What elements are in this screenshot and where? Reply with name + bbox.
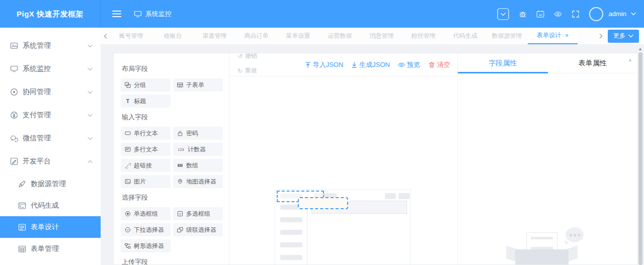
title-icon: T	[125, 98, 131, 104]
download-icon	[351, 61, 357, 68]
bug-icon[interactable]	[519, 10, 527, 18]
palette-item[interactable]: 多行文本	[121, 143, 171, 156]
tab-4[interactable]: 商品订单	[235, 28, 277, 44]
palette-item[interactable]: 子表单	[173, 78, 223, 92]
target-icon	[10, 88, 18, 96]
svg-text:123: 123	[178, 147, 184, 152]
tab-7[interactable]: 消息管理	[361, 28, 403, 44]
panel-scroll-up-icon[interactable]: ▲	[628, 57, 632, 62]
tab-2[interactable]: 收银台	[152, 28, 194, 44]
palette-item[interactable]: 超链接	[121, 159, 171, 172]
preview-eye-icon	[398, 61, 405, 68]
tab-10[interactable]: 数据源管理	[486, 28, 528, 44]
palette-item[interactable]: 单选框组	[121, 207, 171, 220]
sidebar-subitem[interactable]: 代码生成	[0, 195, 101, 216]
sidebar-item-label: 支付管理	[23, 111, 88, 120]
json-action-button[interactable]: 导入JSON	[305, 60, 344, 69]
tab-9[interactable]: 代码生成	[444, 28, 486, 44]
sidebar-item[interactable]: 协同管理	[0, 80, 101, 104]
palette-item[interactable]: T标题	[121, 95, 171, 108]
palette-item[interactable]: 多选框组	[173, 207, 223, 220]
palette-item[interactable]: 树形选择器	[121, 239, 171, 252]
page-scrollbar[interactable]	[638, 52, 642, 265]
sidebar-subitem[interactable]: 表单设计	[0, 216, 101, 238]
hamburger-menu-icon[interactable]	[112, 9, 122, 19]
undo-button[interactable]: ↺ 撤销	[237, 53, 257, 60]
action-label: 清空	[437, 60, 450, 69]
calendar-30-icon[interactable]: 30	[536, 10, 544, 18]
clear-button[interactable]: 清空	[428, 60, 450, 69]
action-label: 导入JSON	[313, 60, 344, 69]
avatar[interactable]	[589, 7, 603, 21]
open-tabs: 账号管理收银台渠道管理商品订单菜单设置运营数据消息管理粉丝管理代码生成数据源管理…	[110, 28, 596, 44]
sidebar-item[interactable]: 系统管理	[0, 34, 101, 57]
properties-tab[interactable]: 表单属性	[548, 53, 638, 73]
palette-item[interactable]: 单行文本	[121, 127, 171, 140]
chevron-down-icon[interactable]	[631, 12, 636, 16]
tab-11[interactable]: 表单设计×	[528, 28, 578, 44]
palette-section-title: 选择字段	[122, 193, 222, 202]
redo-button[interactable]: ↻ 重做	[237, 66, 257, 75]
tabs-scroll-left-icon[interactable]	[104, 34, 107, 39]
action-label: 预览	[407, 60, 420, 69]
breadcrumb: 系统监控	[134, 10, 172, 19]
palette-item[interactable]: 密码	[173, 127, 223, 140]
palette-section: 单选框组多选框组下拉选择器级联选择器树形选择器	[121, 207, 223, 252]
image-icon	[125, 179, 131, 185]
palette-item[interactable]: 123计数器	[173, 143, 223, 156]
radio-icon	[125, 211, 131, 217]
sidebar-subitem[interactable]: 数据源管理	[0, 173, 101, 195]
sidebar: 系统管理系统监控协同管理支付管理微信管理开发平台数据源管理代码生成表单设计表单管…	[0, 28, 101, 265]
properties-tab[interactable]: 字段属性	[458, 53, 548, 73]
palette-item[interactable]: 图片	[121, 175, 171, 188]
input-icon	[125, 130, 131, 136]
chevron-down-icon	[88, 44, 93, 48]
more-tabs-button[interactable]: 更多	[608, 30, 639, 43]
json-action-button[interactable]: 生成JSON	[351, 60, 390, 69]
code-window-icon	[18, 202, 26, 210]
tab-5[interactable]: 菜单设置	[277, 28, 319, 44]
palette-item-label: 树形选择器	[134, 242, 164, 250]
tab-1[interactable]: 账号管理	[110, 28, 152, 44]
sidebar-item-label: 系统管理	[23, 41, 88, 50]
tab-label: 粉丝管理	[412, 32, 436, 40]
username[interactable]: admin	[609, 10, 626, 18]
eye-icon[interactable]	[554, 10, 562, 18]
chevron-down-icon	[88, 91, 93, 94]
canvas-toolbar: ↺ 撤销 ↻ 重做 导入JSON生成JSON预览清空	[229, 53, 457, 76]
fullscreen-icon[interactable]	[572, 10, 580, 18]
monitor-icon	[10, 65, 18, 73]
sidebar-subitem-label: 表单管理	[31, 244, 59, 253]
palette-item[interactable]: 级联选择器	[173, 223, 223, 236]
sidebar-subitem-label: 代码生成	[31, 201, 59, 210]
palette-item-label: 多选框组	[186, 210, 210, 218]
properties-tabs: 字段属性表单属性	[458, 53, 637, 73]
collapse-box-icon[interactable]	[497, 8, 509, 20]
sidebar-item-label: 系统监控	[23, 64, 88, 73]
palette-item[interactable]: 地图选择器	[173, 175, 223, 188]
sidebar-item[interactable]: 支付管理	[0, 104, 101, 127]
tab-3[interactable]: 渠道管理	[194, 28, 235, 44]
sidebar-subitem[interactable]: 表单管理	[0, 238, 101, 259]
palette-item[interactable]: 下拉选择器	[121, 223, 171, 236]
sidebar-item-label: 协同管理	[23, 87, 88, 97]
palette-item-label: 图片	[134, 178, 146, 186]
palette-item[interactable]: 分组	[121, 78, 171, 92]
palette-item[interactable]: 数组	[173, 159, 223, 172]
redo-label: 重做	[245, 66, 257, 75]
tab-8[interactable]: 粉丝管理	[403, 28, 444, 44]
tab-bar: 账号管理收银台渠道管理商品订单菜单设置运营数据消息管理粉丝管理代码生成数据源管理…	[101, 28, 644, 44]
header-actions: 30 admin	[497, 0, 636, 28]
design-canvas[interactable]: ↺ 撤销 ↻ 重做 导入JSON生成JSON预览清空	[229, 53, 457, 264]
close-tab-icon[interactable]: ×	[565, 32, 569, 39]
sidebar-item[interactable]: 系统监控	[0, 57, 101, 80]
tab-label: 表单设计	[537, 31, 561, 40]
tabs-scroll-right-icon[interactable]	[599, 34, 603, 39]
tab-label: 代码生成	[453, 32, 477, 40]
tab-6[interactable]: 运营数据	[319, 28, 361, 44]
sidebar-item[interactable]: 开发平台	[0, 150, 101, 173]
preview-button[interactable]: 预览	[398, 60, 420, 69]
page-scroll-up-icon[interactable]: ▲	[638, 46, 642, 51]
sidebar-item[interactable]: 微信管理	[0, 127, 101, 150]
palette-section-title: 上传字段	[122, 257, 222, 264]
